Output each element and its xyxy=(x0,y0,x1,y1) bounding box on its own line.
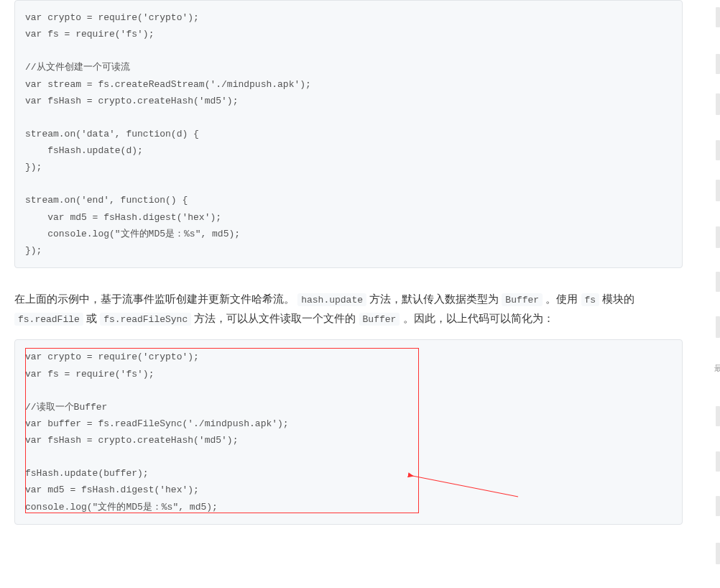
sidebar-marker xyxy=(716,406,720,426)
paragraph-explanation: 在上面的示例中，基于流事件监听创建并更新文件哈希流。 hash.update 方… xyxy=(14,290,683,329)
para-text: 方法，可以从文件读取一个文件的 xyxy=(194,312,359,324)
para-text: 方法，默认传入数据类型为 xyxy=(369,293,502,305)
inline-code-readfile: fs.readFile xyxy=(14,313,83,326)
page-container: var crypto = require('crypto'); var fs =… xyxy=(0,0,720,588)
para-text: 在上面的示例中，基于流事件监听创建并更新文件哈希流。 xyxy=(14,293,295,305)
sidebar-marker xyxy=(716,54,720,74)
inline-code-readfilesync: fs.readFileSync xyxy=(100,313,191,326)
inline-code-hash-update: hash.update xyxy=(297,293,366,306)
code-content-2: var crypto = require('crypto'); var fs =… xyxy=(25,352,289,512)
para-text: 模块的 xyxy=(602,293,634,305)
sidebar-marker xyxy=(716,226,720,248)
sidebar-marker xyxy=(716,7,720,27)
sidebar-marker xyxy=(716,272,720,292)
sidebar-marker xyxy=(716,93,720,115)
sidebar-marker xyxy=(716,543,720,564)
sidebar-marker xyxy=(716,180,720,201)
para-text: 或 xyxy=(86,312,100,324)
sidebar-marker xyxy=(716,451,720,472)
inline-code-buffer-2: Buffer xyxy=(359,313,400,326)
inline-code-buffer: Buffer xyxy=(502,293,543,306)
main-column: var crypto = require('crypto'); var fs =… xyxy=(0,0,697,588)
sidebar-column: 最 xyxy=(697,0,720,588)
code-block-2[interactable]: var crypto = require('crypto'); var fs =… xyxy=(14,339,683,524)
sidebar-marker xyxy=(716,496,720,516)
sidebar-marker xyxy=(716,316,720,338)
para-text: 。因此，以上代码可以简化为： xyxy=(403,312,554,324)
inline-code-fs: fs xyxy=(581,293,600,306)
para-text: 。使用 xyxy=(545,293,581,305)
sidebar-marker xyxy=(716,140,720,160)
code-content-1: var crypto = require('crypto'); var fs =… xyxy=(25,12,311,256)
code-block-1[interactable]: var crypto = require('crypto'); var fs =… xyxy=(14,0,683,268)
